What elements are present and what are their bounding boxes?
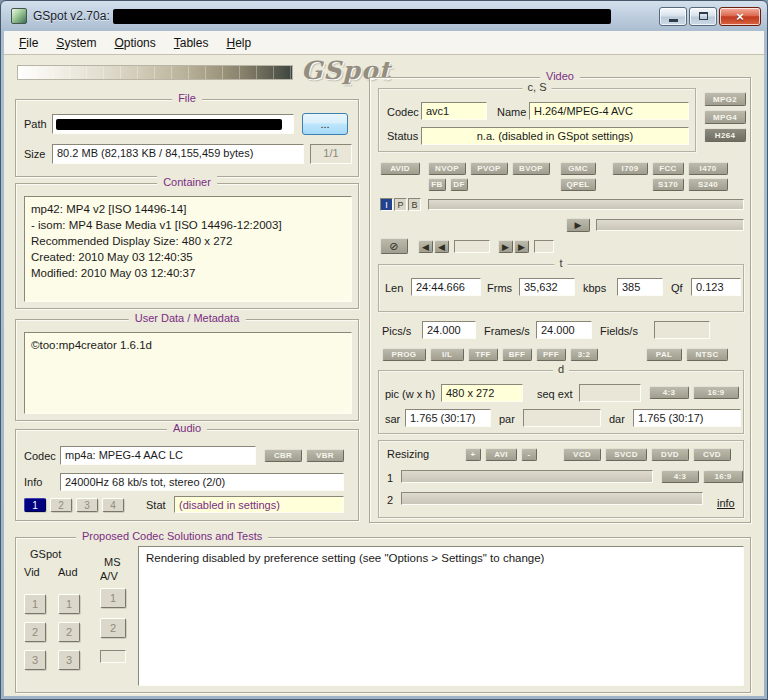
step-forward2-button[interactable]: ▶ xyxy=(514,240,529,253)
kbps-field[interactable]: 385 xyxy=(617,278,663,296)
close-button[interactable]: × xyxy=(719,7,761,26)
cbr-button[interactable]: CBR xyxy=(264,449,302,462)
container-info-pane[interactable]: mp42: MP4 v2 [ISO 14496-14] - isom: MP4 … xyxy=(24,196,352,302)
nvop-flag-button[interactable]: NVOP xyxy=(428,162,466,175)
s240-flag-button[interactable]: S240 xyxy=(688,178,728,191)
dvd-button[interactable]: DVD xyxy=(651,448,689,461)
step-back-button[interactable]: ◀ xyxy=(418,240,433,253)
gspot-vid-2-button[interactable]: 2 xyxy=(24,622,46,642)
gspot-aud-3-button[interactable]: 3 xyxy=(58,650,80,670)
len-label: Len xyxy=(385,282,403,294)
frame-number-field[interactable] xyxy=(454,240,490,253)
container-line: Modified: 2010 May 03 12:40:37 xyxy=(31,265,345,281)
i470-flag-button[interactable]: I470 xyxy=(688,162,728,175)
seek-bar[interactable] xyxy=(596,219,744,231)
maximize-button[interactable] xyxy=(689,7,717,26)
prog-button[interactable]: PROG xyxy=(382,348,426,361)
container-line: mp42: MP4 v2 [ISO 14496-14] xyxy=(31,201,345,217)
bff-button[interactable]: BFF xyxy=(502,348,532,361)
pulldown-button[interactable]: 3:2 xyxy=(570,348,598,361)
container-group-label: Container xyxy=(157,176,217,188)
ms-av-extra-box xyxy=(100,650,126,663)
menu-item-help[interactable]: Help xyxy=(217,33,260,53)
dar-field[interactable]: 1.765 (30:17) xyxy=(633,409,741,427)
gspot-aud-2-button[interactable]: 2 xyxy=(58,622,80,642)
qpel-flag-button[interactable]: QPEL xyxy=(560,178,596,191)
menu-item-system[interactable]: System xyxy=(47,33,105,53)
resize-169-button[interactable]: 16:9 xyxy=(703,470,743,483)
pics-field[interactable]: 24.000 xyxy=(422,321,476,339)
container-line: Created: 2010 May 03 12:40:35 xyxy=(31,249,345,265)
seqext-field[interactable] xyxy=(579,384,641,402)
audio-stream-4-button[interactable]: 4 xyxy=(102,498,124,512)
qf-field[interactable]: 0.123 xyxy=(691,278,741,296)
s170-flag-button[interactable]: S170 xyxy=(652,178,684,191)
pvop-flag-button[interactable]: PVOP xyxy=(470,162,508,175)
pic-field[interactable]: 480 x 272 xyxy=(441,384,523,402)
aspect-43-button[interactable]: 4:3 xyxy=(649,386,689,399)
i709-flag-button[interactable]: I709 xyxy=(612,162,648,175)
menu-item-file[interactable]: File xyxy=(10,33,47,53)
bvop-flag-button[interactable]: BVOP xyxy=(512,162,550,175)
preview-disabled-button[interactable]: ⊘ xyxy=(380,238,408,254)
menu-item-tables[interactable]: Tables xyxy=(165,33,218,53)
audio-stream-1-button[interactable]: 1 xyxy=(24,498,46,512)
vbr-button[interactable]: VBR xyxy=(306,449,344,462)
gspot-vid-1-button[interactable]: 1 xyxy=(24,594,46,614)
results-pane[interactable]: Rendering disabled by preference setting… xyxy=(138,546,744,686)
pff-button[interactable]: PFF xyxy=(536,348,566,361)
info-link[interactable]: info xyxy=(717,497,735,509)
h264-button[interactable]: H264 xyxy=(704,128,746,142)
audio-stream-2-button[interactable]: 2 xyxy=(50,498,72,512)
step-forward-button[interactable]: ▶ xyxy=(498,240,513,253)
fcc-flag-button[interactable]: FCC xyxy=(652,162,684,175)
user-data-pane[interactable]: ©too:mp4creator 1.6.1d xyxy=(24,332,352,414)
minimize-button[interactable] xyxy=(659,7,687,26)
gmc-flag-button[interactable]: GMC xyxy=(560,162,596,175)
dimensions-subgroup: d pic (w x h) 480 x 272 seq ext 4:3 16:9… xyxy=(378,370,744,434)
video-status-field[interactable]: n.a. (disabled in GSpot settings) xyxy=(421,127,689,145)
browse-button[interactable]: ... xyxy=(302,113,348,135)
aspect-169-button[interactable]: 16:9 xyxy=(693,386,739,399)
mpg4-button[interactable]: MPG4 xyxy=(704,110,746,124)
par-field[interactable] xyxy=(523,409,601,427)
svcd-button[interactable]: SVCD xyxy=(605,448,647,461)
pal-button[interactable]: PAL xyxy=(646,348,682,361)
frms-field[interactable]: 35,632 xyxy=(519,278,575,296)
user-data-text: ©too:mp4creator 1.6.1d xyxy=(31,337,345,353)
audio-info-field[interactable]: 24000Hz 68 kb/s tot, stereo (2/0) xyxy=(60,473,344,491)
cvd-button[interactable]: CVD xyxy=(693,448,731,461)
resize-43-button[interactable]: 4:3 xyxy=(661,470,699,483)
play-button[interactable]: ▶ xyxy=(566,218,590,232)
video-name-field[interactable]: H.264/MPEG-4 AVC xyxy=(529,102,689,120)
tff-button[interactable]: TFF xyxy=(468,348,498,361)
vcd-button[interactable]: VCD xyxy=(563,448,601,461)
audio-stream-3-button[interactable]: 3 xyxy=(76,498,98,512)
step-back2-button[interactable]: ◀ xyxy=(434,240,449,253)
ntsc-button[interactable]: NTSC xyxy=(686,348,728,361)
size-field[interactable]: 80.2 MB (82,183 KB / 84,155,459 bytes) xyxy=(52,144,304,164)
df-flag-button[interactable]: DF xyxy=(450,178,468,191)
avid-flag-button[interactable]: AVID xyxy=(380,162,420,175)
sar-field[interactable]: 1.765 (30:17) xyxy=(405,409,491,427)
fields-rate-field[interactable] xyxy=(654,321,710,339)
menu-item-options[interactable]: Options xyxy=(105,33,164,53)
path-field[interactable] xyxy=(52,114,294,134)
audio-codec-field[interactable]: mp4a: MPEG-4 AAC LC xyxy=(60,446,256,465)
len-field[interactable]: 24:44.666 xyxy=(411,278,481,296)
resize-minus-button[interactable]: - xyxy=(521,448,537,461)
resize-plus-button[interactable]: + xyxy=(465,448,481,461)
title-bar[interactable]: GSpot v2.70a: × xyxy=(1,1,767,31)
frame-count-field[interactable] xyxy=(534,240,554,253)
ms-av-1-button[interactable]: 1 xyxy=(100,588,126,608)
avi-button[interactable]: AVI xyxy=(485,448,517,461)
gspot-aud-1-button[interactable]: 1 xyxy=(58,594,80,614)
frames-rate-field[interactable]: 24.000 xyxy=(536,321,592,339)
mpg2-button[interactable]: MPG2 xyxy=(704,92,746,106)
fb-flag-button[interactable]: FB xyxy=(428,178,446,191)
interlace-button[interactable]: I/L xyxy=(430,348,464,361)
video-codec-field[interactable]: avc1 xyxy=(421,102,487,120)
gspot-vid-3-button[interactable]: 3 xyxy=(24,650,46,670)
ms-av-2-button[interactable]: 2 xyxy=(100,618,126,638)
audio-stat-field[interactable]: (disabled in settings) xyxy=(174,496,344,513)
